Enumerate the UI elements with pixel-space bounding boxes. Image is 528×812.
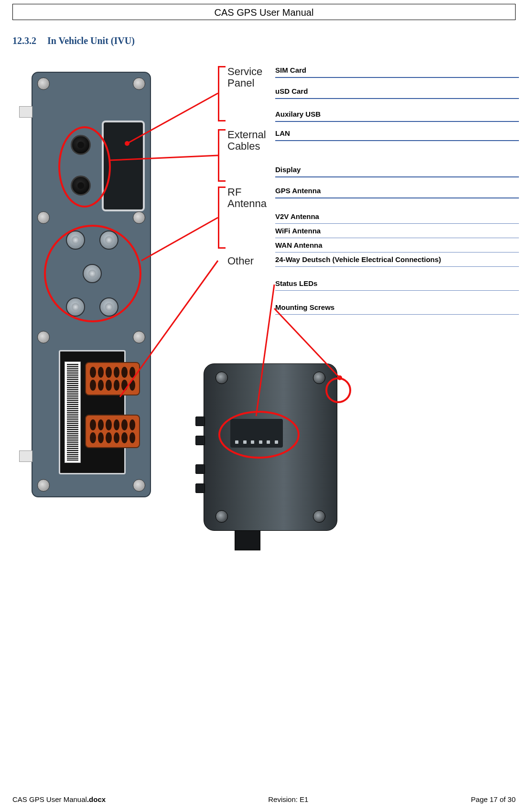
label-item: Display bbox=[275, 165, 519, 177]
group-title-other: Other bbox=[227, 255, 275, 267]
label-item: uSD Card bbox=[275, 87, 519, 99]
label-item: WAN Antenna bbox=[275, 241, 519, 252]
label-item: GPS Antenna bbox=[275, 187, 519, 198]
panel-screw bbox=[37, 331, 50, 343]
barcode-label bbox=[65, 362, 80, 462]
ivu-top-view bbox=[184, 349, 356, 555]
label-item: SIM Card bbox=[275, 66, 519, 78]
ivu-diagram: Service Panel SIM Card uSD Card Auxilary… bbox=[12, 62, 516, 569]
section-heading: 12.3.2 In Vehicle Unit (IVU) bbox=[12, 35, 135, 46]
group-title-external-cables: External Cables bbox=[227, 129, 275, 152]
group-bracket bbox=[218, 187, 226, 249]
section-title: In Vehicle Unit (IVU) bbox=[47, 35, 135, 46]
panel-screw bbox=[133, 77, 145, 90]
deutsch-connector bbox=[85, 362, 140, 395]
mounting-screw bbox=[216, 372, 228, 384]
side-connector bbox=[195, 464, 205, 474]
panel-screw bbox=[133, 479, 145, 492]
label-item: LAN bbox=[275, 129, 519, 141]
side-connector bbox=[195, 483, 205, 493]
deutsch-side-connector bbox=[235, 530, 260, 550]
callout-circle-rf-antenna bbox=[44, 225, 141, 322]
page-header: CAS GPS User Manual bbox=[12, 4, 516, 20]
mounting-tab bbox=[19, 106, 32, 118]
callout-circle-mounting-screw bbox=[325, 377, 351, 403]
side-connector bbox=[195, 417, 205, 426]
label-item: V2V Antenna bbox=[275, 212, 519, 224]
ivu-body bbox=[204, 363, 337, 531]
mounting-screw bbox=[216, 510, 228, 523]
svg-line-3 bbox=[141, 218, 218, 261]
footer-filename: CAS GPS User Manual.docx bbox=[12, 795, 106, 803]
panel-screw bbox=[133, 211, 145, 224]
page-footer: CAS GPS User Manual.docx Revision: E1 Pa… bbox=[12, 795, 516, 803]
callout-circle-external-cables bbox=[58, 126, 111, 208]
label-item: Auxilary USB bbox=[275, 110, 519, 122]
mounting-tab bbox=[19, 450, 32, 462]
callout-circle-status-leds bbox=[218, 411, 300, 459]
label-item: 24-Way Deutsch (Vehicle Electrical Conne… bbox=[275, 255, 519, 267]
label-item: WiFi Antenna bbox=[275, 227, 519, 238]
side-connector bbox=[195, 436, 205, 445]
ivu-front-panel bbox=[32, 72, 151, 497]
mounting-screw bbox=[313, 372, 325, 384]
panel-screw bbox=[37, 211, 50, 224]
mounting-screw bbox=[313, 510, 325, 523]
panel-screw bbox=[37, 77, 50, 90]
label-item: Status LEDs bbox=[275, 279, 519, 291]
section-number: 12.3.2 bbox=[12, 35, 36, 46]
group-title-rf-antenna: RF Antenna bbox=[227, 187, 275, 209]
footer-page: Page 17 of 30 bbox=[471, 795, 516, 803]
header-title: CAS GPS User Manual bbox=[215, 7, 314, 18]
group-bracket bbox=[218, 129, 226, 182]
panel-screw bbox=[37, 479, 50, 492]
label-item: Mounting Screws bbox=[275, 303, 519, 315]
deutsch-connector bbox=[85, 415, 140, 448]
panel-screw bbox=[133, 331, 145, 343]
group-title-service-panel: Service Panel bbox=[227, 66, 275, 89]
footer-revision: Revision: E1 bbox=[268, 795, 308, 803]
group-bracket bbox=[218, 66, 226, 121]
